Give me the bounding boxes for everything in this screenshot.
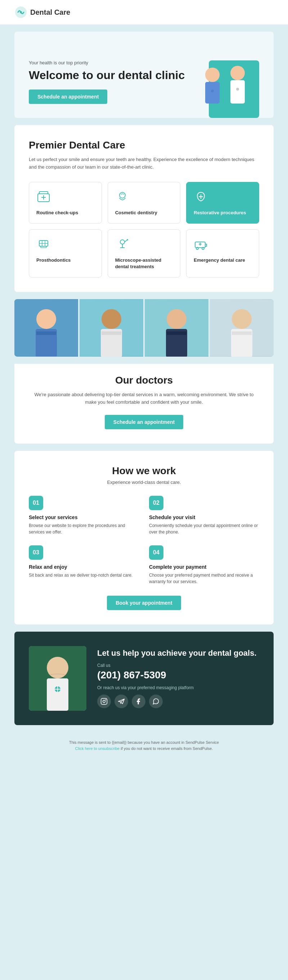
hero-title: Welcome to our dental clinic (29, 68, 187, 82)
emergency-icon (194, 237, 208, 251)
instagram-icon (101, 698, 108, 705)
svg-rect-34 (36, 331, 56, 335)
service-card-cosmetic: Cosmetic dentistry (108, 182, 181, 224)
service-card-emergency: Emergency dental care (186, 229, 259, 278)
svg-point-13 (120, 192, 125, 198)
cosmetic-dentistry-icon (115, 189, 130, 204)
footer-message: This message is sent to {{email}} becaus… (14, 740, 274, 746)
how-cta-button[interactable]: Book your appointment (107, 596, 181, 610)
how-we-work-section: How we work Experience world-class denta… (14, 451, 274, 624)
svg-point-1 (20, 11, 22, 13)
service-label-emergency: Emergency dental care (194, 257, 252, 264)
doctors-photos-grid (14, 299, 274, 356)
svg-rect-38 (101, 331, 121, 335)
contact-doctor-illustration (29, 646, 86, 711)
how-title: How we work (29, 465, 259, 477)
step-3-desc: Sit back and relax as we deliver top-not… (29, 572, 139, 578)
svg-rect-42 (167, 331, 187, 335)
hero-image (187, 46, 259, 118)
step-1-desc: Browse our website to explore the proced… (29, 522, 139, 535)
svg-point-55 (103, 700, 106, 703)
step-4: 04 Complete your payment Choose your pre… (149, 546, 259, 585)
footer-unsubscribe: Click here to unsubscribe if you do not … (14, 746, 274, 752)
svg-point-27 (196, 247, 198, 250)
premier-section: Premier Dental Care Let us perfect your … (14, 125, 274, 292)
service-card-restorative: Restorative procedures (186, 182, 259, 224)
svg-point-36 (101, 309, 121, 329)
svg-point-25 (127, 239, 128, 240)
restorative-icon (194, 189, 208, 204)
step-1: 01 Select your services Browse our websi… (29, 496, 139, 535)
service-card-microscope: Microscope-assisted dental treatments (108, 229, 181, 278)
svg-point-8 (236, 88, 239, 91)
contact-phone: (201) 867-5309 (97, 670, 259, 681)
contact-section: Let us help you achieve your dental goal… (14, 632, 274, 725)
facebook-icon (135, 698, 142, 705)
facebook-button[interactable] (132, 695, 146, 708)
step-3: 03 Relax and enjoy Sit back and relax as… (29, 546, 139, 585)
premier-title: Premier Dental Care (29, 140, 259, 151)
step-1-badge: 01 (29, 496, 43, 510)
svg-rect-54 (101, 698, 107, 705)
service-card-routine: Routine check-ups (29, 182, 102, 224)
step-1-title: Select your services (29, 514, 139, 520)
doctor1-illustration (14, 299, 78, 356)
how-cta-wrapper: Book your appointment (29, 596, 259, 610)
logo-text: Dental Care (30, 8, 70, 16)
doctor-photo-2 (80, 299, 143, 356)
logo-icon (14, 6, 27, 19)
doctor2-illustration (80, 299, 143, 356)
svg-rect-46 (232, 331, 252, 335)
telegram-icon (118, 698, 125, 705)
prosthodontics-icon (36, 237, 51, 251)
our-doctors-section: Our doctors We're passionate about deliv… (14, 364, 274, 444)
doctor-photo-3 (145, 299, 208, 356)
svg-point-40 (167, 309, 187, 329)
step-4-badge: 04 (149, 546, 163, 560)
step-4-desc: Choose your preferred payment method and… (149, 572, 259, 585)
social-icons-container (97, 695, 259, 708)
service-label-routine: Routine check-ups (36, 210, 94, 216)
svg-point-32 (36, 309, 56, 329)
step-2-desc: Conveniently schedule your dental appoin… (149, 522, 259, 535)
footer-after-unsub: if you do not want to receive emails fro… (120, 746, 213, 751)
our-doctors-cta-button[interactable]: Schedule an appointment (105, 415, 183, 429)
hero-doctors-illustration (187, 49, 259, 118)
svg-point-56 (105, 699, 106, 700)
svg-rect-6 (230, 80, 245, 103)
doctor3-illustration (145, 299, 208, 356)
contact-doctor-image (29, 646, 86, 711)
footer-message-text: This message is sent to {{email}} becaus… (69, 740, 219, 745)
step-4-title: Complete your payment (149, 564, 259, 570)
step-2: 02 Schedule your visit Conveniently sche… (149, 496, 259, 535)
doctor4-illustration (210, 299, 274, 356)
svg-point-21 (120, 240, 125, 244)
step-2-badge: 02 (149, 496, 163, 510)
svg-point-5 (230, 66, 245, 80)
contact-reach-label: Or reach us via your preferred messaging… (97, 685, 259, 690)
telegram-button[interactable] (115, 695, 128, 708)
hero-cta-button[interactable]: Schedule an appointment (29, 89, 107, 104)
routine-checkup-icon (36, 189, 51, 204)
premier-description: Let us perfect your smile and ensure you… (29, 156, 259, 171)
svg-rect-49 (47, 678, 69, 711)
our-doctors-title: Our doctors (29, 375, 259, 386)
instagram-button[interactable] (97, 695, 111, 708)
service-label-restorative: Restorative procedures (194, 210, 252, 216)
svg-point-50 (50, 660, 65, 676)
hero-content: Your health is our top priority Welcome … (29, 60, 187, 103)
unsubscribe-link[interactable]: Click here to unsubscribe (75, 746, 120, 751)
whatsapp-button[interactable] (149, 695, 163, 708)
doctor-photo-1 (14, 299, 78, 356)
contact-content: Let us help you achieve your dental goal… (97, 648, 259, 708)
svg-point-28 (202, 247, 204, 250)
service-label-microscope: Microscope-assisted dental treatments (115, 257, 173, 270)
step-3-badge: 03 (29, 546, 43, 560)
svg-point-44 (232, 309, 252, 329)
contact-call-label: Call us (97, 663, 259, 668)
contact-title: Let us help you achieve your dental goal… (97, 648, 259, 659)
microscope-icon (115, 237, 130, 251)
footer: This message is sent to {{email}} becaus… (0, 732, 288, 759)
services-grid: Routine check-ups Cosmetic dentistry Res… (29, 182, 259, 278)
svg-point-3 (205, 68, 219, 82)
